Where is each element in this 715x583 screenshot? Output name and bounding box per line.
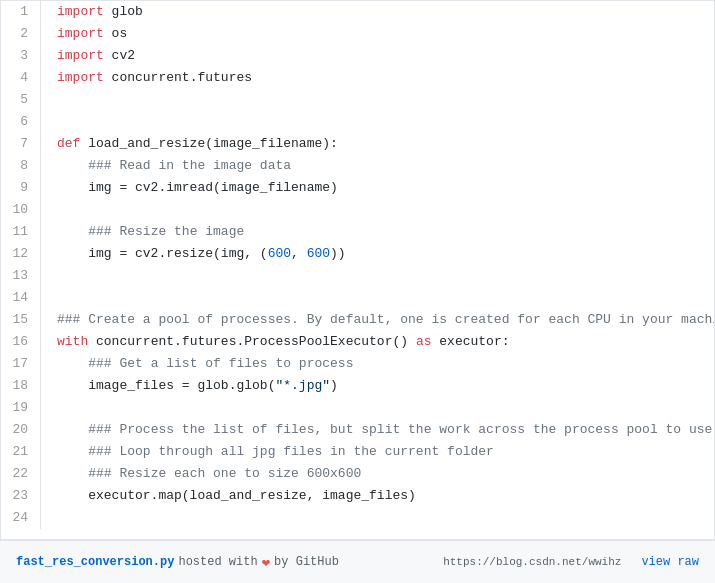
code-container: 1import glob2import os3import cv24import… [0,0,715,540]
kw-token: import [57,4,104,19]
cm-token: ### Resize each one to size 600x600 [88,466,361,481]
code-row: 5 [1,89,714,111]
code-row: 19 [1,397,714,419]
code-lines: 1import glob2import os3import cv24import… [1,1,714,529]
code-row: 11 ### Resize the image [1,221,714,243]
plain-token [57,356,88,371]
line-content: executor.map(load_and_resize, image_file… [41,485,714,507]
line-content [41,199,714,221]
kw-token: as [416,334,432,349]
plain-token: ) [330,378,338,393]
line-number: 7 [1,133,41,155]
code-row: 1import glob [1,1,714,23]
cm-token: ### Read in the image data [88,158,291,173]
line-content: import cv2 [41,45,714,67]
line-content [41,507,714,529]
line-number: 24 [1,507,41,529]
line-content [41,89,714,111]
plain-token: cv2 [104,48,135,63]
code-row: 4import concurrent.futures [1,67,714,89]
code-row: 15### Create a pool of processes. By def… [1,309,714,331]
line-number: 15 [1,309,41,331]
line-number: 21 [1,441,41,463]
plain-token [57,466,88,481]
code-row: 20 ### Process the list of files, but sp… [1,419,714,441]
code-row: 3import cv2 [1,45,714,67]
num-token: 600 [268,246,291,261]
plain-token: os [104,26,127,41]
plain-token [57,444,88,459]
footer: fast_res_conversion.py hosted with ❤ by … [0,540,715,583]
plain-token [57,158,88,173]
line-content: ### Process the list of files, but split… [41,419,715,441]
footer-filename[interactable]: fast_res_conversion.py [16,555,174,569]
plain-token [57,224,88,239]
line-number: 17 [1,353,41,375]
line-content: import concurrent.futures [41,67,714,89]
footer-hosted-text: hosted with [178,555,257,569]
kw-token: import [57,70,104,85]
plain-token: concurrent.futures.ProcessPoolExecutor() [88,334,416,349]
num-token: 600 [307,246,330,261]
line-number: 10 [1,199,41,221]
plain-token: executor: [431,334,509,349]
plain-token: )) [330,246,346,261]
code-row: 12 img = cv2.resize(img, (600, 600)) [1,243,714,265]
cm-token: ### Create a pool of processes. By defau… [57,312,715,327]
line-number: 2 [1,23,41,45]
line-number: 14 [1,287,41,309]
code-row: 8 ### Read in the image data [1,155,714,177]
line-content [41,265,714,287]
line-content [41,397,714,419]
code-row: 16with concurrent.futures.ProcessPoolExe… [1,331,714,353]
line-content [41,287,714,309]
view-raw-link[interactable]: view raw [641,555,699,569]
line-content: img = cv2.resize(img, (600, 600)) [41,243,714,265]
cm-token: ### Loop through all jpg files in the cu… [88,444,494,459]
kw-token: import [57,26,104,41]
line-number: 22 [1,463,41,485]
cm-token: ### Process the list of files, but split… [88,422,715,437]
line-number: 5 [1,89,41,111]
line-content: ### Create a pool of processes. By defau… [41,309,715,331]
plain-token: executor.map(load_and_resize, image_file… [57,488,416,503]
line-number: 16 [1,331,41,353]
line-number: 23 [1,485,41,507]
code-row: 17 ### Get a list of files to process [1,353,714,375]
plain-token: concurrent.futures [104,70,252,85]
code-row: 22 ### Resize each one to size 600x600 [1,463,714,485]
plain-token [57,422,88,437]
footer-heart-icon: ❤ [262,554,270,571]
line-content [41,111,714,133]
footer-by-github: by GitHub [274,555,339,569]
footer-url: https://blog.csdn.net/wwihz [443,556,621,568]
line-content: image_files = glob.glob("*.jpg") [41,375,714,397]
plain-token: image_files = glob.glob( [57,378,275,393]
line-content: ### Read in the image data [41,155,714,177]
plain-token: glob [104,4,143,19]
footer-left: fast_res_conversion.py hosted with ❤ by … [16,554,339,571]
plain-token: img = cv2.resize(img, ( [57,246,268,261]
line-content: ### Resize each one to size 600x600 [41,463,714,485]
line-number: 13 [1,265,41,287]
line-number: 8 [1,155,41,177]
line-number: 4 [1,67,41,89]
line-content: def load_and_resize(image_filename): [41,133,714,155]
line-content: ### Resize the image [41,221,714,243]
kw-token: def [57,136,80,151]
plain-token: , [291,246,307,261]
line-content: import os [41,23,714,45]
code-row: 23 executor.map(load_and_resize, image_f… [1,485,714,507]
code-row: 14 [1,287,714,309]
line-number: 20 [1,419,41,441]
line-number: 1 [1,1,41,23]
code-row: 2import os [1,23,714,45]
line-content: img = cv2.imread(image_filename) [41,177,714,199]
cm-token: ### Resize the image [88,224,244,239]
line-content: ### Loop through all jpg files in the cu… [41,441,714,463]
line-number: 3 [1,45,41,67]
line-number: 9 [1,177,41,199]
line-content: import glob [41,1,714,23]
code-row: 6 [1,111,714,133]
plain-token: img = cv2.imread(image_filename) [57,180,338,195]
